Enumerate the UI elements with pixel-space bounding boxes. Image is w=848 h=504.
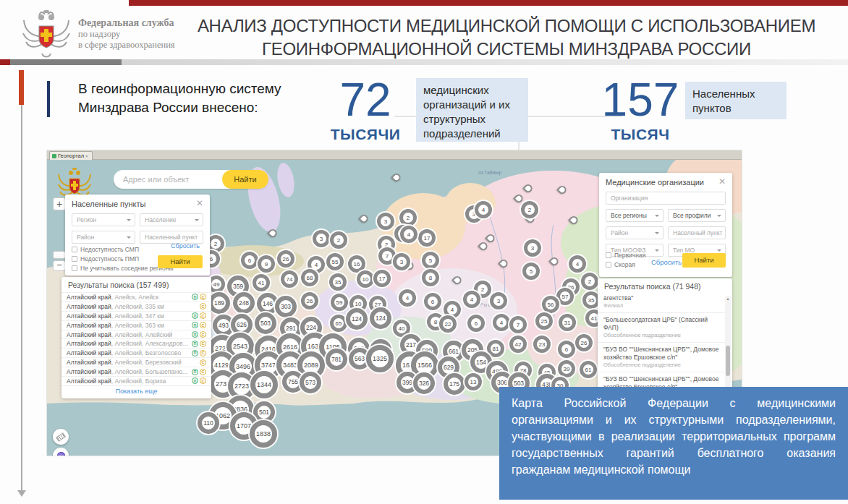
all-regions-select[interactable]: Все регионы [606,209,663,222]
zoom-scale-widget[interactable]: ::: [53,251,66,259]
map-cluster-marker[interactable]: 4 [463,291,480,308]
find-button[interactable]: Найти [682,253,726,268]
settlement-result-row[interactable]: Алтайский край, Алейский, 347 кмПС [62,311,211,320]
map-cluster-marker[interactable]: 1838 [250,420,277,448]
settlement-input[interactable]: Населеный пункт [668,226,726,239]
map-cluster-marker[interactable]: 22 [439,315,457,333]
map-cluster-marker[interactable]: 6 [467,315,485,332]
map-cluster-marker[interactable]: 35 [329,273,347,291]
organization-result-item[interactable]: "Федерального медико - биологического аг… [598,294,725,313]
settlement-result-row[interactable]: Алтайский край, Алейский, БерезовскийС [62,357,211,367]
checkbox[interactable] [72,265,77,271]
map-cluster-marker[interactable]: 124 [346,308,368,330]
checkbox-row[interactable]: Скорая [606,260,645,268]
map-cluster-marker[interactable]: 6 [558,341,575,358]
map-cluster-marker[interactable]: 56 [542,296,559,313]
map-cluster-marker[interactable]: 26 [575,334,593,351]
map-cluster-marker[interactable]: 303 [275,296,297,317]
map-cluster-marker[interactable]: 9 [258,255,275,273]
search-button[interactable]: Найти [222,170,268,189]
map-cluster-marker[interactable]: 3 [490,292,507,309]
tab-geoportal[interactable]: Геопортал × [49,151,93,160]
map-cluster-marker[interactable]: 781 [326,349,347,370]
checkbox[interactable] [72,247,77,252]
close-icon[interactable]: ✕ [718,178,726,185]
map-cluster-marker[interactable]: 13 [465,373,482,390]
map-cluster-marker[interactable]: 74 [281,270,298,288]
map-cluster-marker[interactable]: 1325 [366,345,394,372]
organization-result-item[interactable]: "БУЗ ВО ""Шекснинская ЦРБ"", Домовое хоз… [598,343,725,372]
district-select[interactable]: Район [606,226,663,239]
map-cluster-marker[interactable]: 175 [444,373,465,395]
settlement-result-row[interactable]: Алтайский край, Алейский, БезголосовоПС [62,348,211,357]
settlement-result-row[interactable]: Алтайский край, Алейский, АлейскийПС [62,330,211,339]
map-cluster-marker[interactable]: 42 [509,336,527,353]
map-cluster-marker[interactable]: 3 [524,239,541,257]
map-cluster-marker[interactable]: 326 [413,372,435,394]
map-cluster-marker[interactable]: 4 [399,289,416,307]
map-cluster-marker[interactable]: 3 [393,253,410,270]
map-cluster-marker[interactable]: 26 [277,250,294,268]
map-cluster-marker[interactable]: 248 [233,292,255,314]
organization-result-item[interactable]: "Большесолдатская ЦРБ" (Спасский ФАП)Обо… [598,313,725,343]
map-cluster-marker[interactable]: 4 [400,226,417,243]
all-profiles-select[interactable]: Все профили [668,209,726,222]
map-cluster-marker[interactable]: 4 [493,314,510,331]
close-icon[interactable]: ✕ [196,200,203,207]
settlement-result-row[interactable]: Алтайский край, Алейский, 335 кмС [62,302,211,311]
scroll-up-icon[interactable]: ▲ [725,296,731,301]
region-select[interactable]: Регион [72,213,135,226]
map-cluster-marker[interactable]: 8 [422,269,439,286]
checkbox[interactable] [606,262,611,268]
map-cluster-marker[interactable]: 1344 [250,371,278,398]
population-select[interactable]: Население [140,213,203,226]
checkbox[interactable] [606,252,611,258]
settlement-result-row[interactable]: Алтайский край, Алейский, БорихаПС [62,376,211,385]
zoom-out-button[interactable]: − [53,260,66,271]
map-cluster-marker[interactable]: 4 [475,201,492,218]
settlement-result-row[interactable]: Алтайский край, Алейский, 363 кмПС [62,320,211,330]
map-cluster-marker[interactable]: 59 [331,294,348,311]
tab-close-icon[interactable]: × [85,154,88,158]
reset-link[interactable]: Сбросить [171,242,200,249]
settlement-result-row[interactable]: Алтайский край, Алейский, Большепаню...П… [62,367,211,376]
show-more-link[interactable]: Показать еще [62,385,211,397]
map-cluster-marker[interactable]: 6 [241,252,258,269]
map-cluster-marker[interactable]: 41 [253,274,270,291]
map-cluster-marker[interactable]: 39 [558,360,575,377]
settlement-result-row[interactable]: Алтайский край, Алейск, АлейскПС [62,292,211,302]
map-cluster-marker[interactable]: 17 [418,229,436,247]
map-cluster-marker[interactable]: 189 [208,292,230,314]
map-cluster-marker[interactable]: 573 [300,372,321,393]
district-select[interactable]: Район [72,231,135,244]
map-cluster-marker[interactable]: 10 [357,270,374,288]
map-cluster-marker[interactable]: 61 [580,361,597,378]
map-cluster-marker[interactable]: 17 [373,270,391,287]
map-cluster-marker[interactable]: 26 [301,292,318,309]
map-cluster-marker[interactable]: 23 [533,336,551,353]
checkbox-row[interactable]: Первичная [606,251,645,259]
map-cluster-marker[interactable]: 124 [370,307,391,329]
map-cluster-marker[interactable]: 2 [521,201,538,218]
map-cluster-marker[interactable]: 81 [487,340,504,357]
map-cluster-marker[interactable]: 5 [522,262,540,280]
scroll-thumb[interactable] [726,346,730,376]
reset-link[interactable]: Сбросить [651,258,682,266]
measure-tool-button[interactable] [53,429,69,445]
map-cluster-marker[interactable]: 2 [399,209,417,226]
map-cluster-marker[interactable]: 3 [377,213,394,230]
map-cluster-marker[interactable]: 110 [198,412,219,434]
zoom-in-button[interactable]: + [53,197,66,210]
map-cluster-marker[interactable]: 4 [569,255,586,273]
map-cluster-marker[interactable]: 68 [301,269,318,286]
map-cluster-marker[interactable]: 5 [422,252,439,269]
map-cluster-marker[interactable]: 6 [424,293,441,310]
settlement-result-row[interactable]: Алтайский край, Алейский, Александровс..… [62,338,211,348]
checkbox[interactable] [72,256,77,262]
map-cluster-marker[interactable]: 503 [255,312,276,334]
organization-input[interactable]: Организация [606,192,726,205]
map-cluster-marker[interactable]: 31 [559,314,576,331]
map-cluster-marker[interactable]: 2 [581,273,598,290]
map-cluster-marker[interactable]: 55 [326,253,344,270]
find-button[interactable]: Найти [158,255,203,268]
